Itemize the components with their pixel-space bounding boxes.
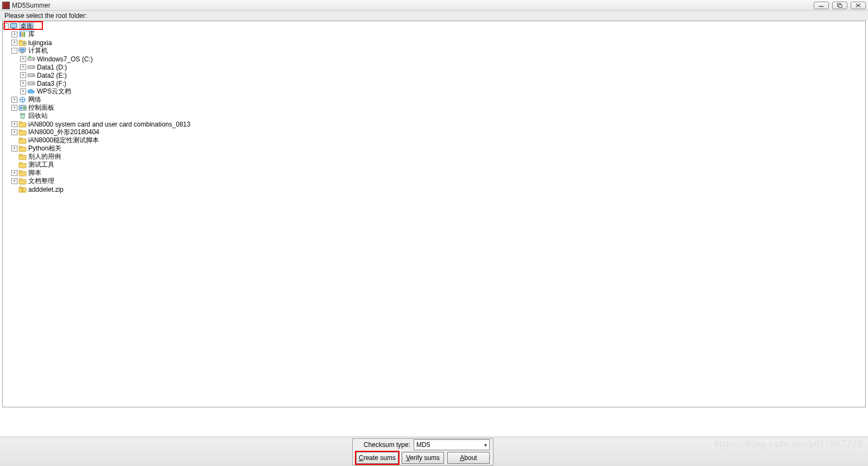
expand-toggle[interactable]: +: [11, 97, 17, 103]
svg-point-23: [33, 83, 34, 84]
tree-item[interactable]: -桌面: [3, 22, 865, 30]
tree-item-label: 回收站: [28, 111, 48, 121]
svg-rect-40: [19, 162, 22, 164]
expand-toggle[interactable]: +: [11, 121, 17, 127]
recycle-bin-icon: [18, 112, 27, 119]
expand-toggle[interactable]: +: [11, 105, 17, 111]
tree-item[interactable]: +库: [11, 30, 865, 39]
tree-item[interactable]: 测试工具: [11, 161, 865, 169]
library-icon: [18, 31, 27, 38]
svg-rect-46: [19, 187, 22, 188]
folder-tree[interactable]: -桌面+库+lujingxia-计算机+Windows7_OS (C:)+Dat…: [3, 21, 865, 194]
tree-item[interactable]: 回收站: [11, 112, 865, 120]
create-sums-label: reate sums: [364, 454, 396, 462]
svg-rect-14: [21, 52, 24, 53]
folder-icon: [18, 178, 27, 185]
tree-item-label: 计算机: [28, 46, 48, 55]
svg-rect-17: [29, 56, 31, 58]
checksum-type-value: MD5: [416, 441, 430, 449]
svg-point-11: [23, 42, 25, 45]
tree-item[interactable]: -计算机: [11, 47, 865, 55]
tree-item[interactable]: +IAN8000_外形20180404: [11, 128, 865, 136]
chevron-down-icon: ▾: [484, 442, 487, 448]
tree-item[interactable]: +Data3 (F:): [20, 79, 865, 87]
expand-toggle[interactable]: +: [11, 32, 17, 37]
tree-item[interactable]: +iAN8000 system card and user card combi…: [11, 120, 865, 128]
about-button[interactable]: About: [447, 452, 490, 464]
expand-toggle[interactable]: +: [11, 40, 17, 46]
create-sums-button[interactable]: Create sums: [356, 452, 398, 464]
tree-item-label: 文档整理: [28, 177, 55, 186]
network-icon: [18, 96, 27, 103]
folder-icon: [18, 121, 27, 128]
verify-sums-label: erify sums: [410, 454, 440, 462]
verify-sums-button[interactable]: Verify sums: [402, 452, 444, 464]
svg-rect-4: [11, 24, 16, 28]
tree-item-label: Data3 (F:): [36, 80, 67, 87]
folder-icon: [18, 129, 27, 136]
tree-item[interactable]: adddelet.zip: [11, 185, 865, 193]
controls-group: Checksum type: MD5 ▾ Create sums Verify …: [352, 438, 494, 465]
tree-item[interactable]: +脚本: [11, 169, 865, 177]
tree-item[interactable]: +Data2 (E:): [20, 71, 865, 79]
svg-rect-10: [19, 40, 22, 42]
bottom-panel: Checksum type: MD5 ▾ Create sums Verify …: [0, 437, 868, 466]
checksum-type-label: Checksum type:: [364, 441, 410, 449]
tree-item[interactable]: iAN8000稳定性测试脚本: [11, 136, 865, 144]
svg-point-26: [20, 107, 22, 109]
desktop-icon: [10, 23, 18, 30]
tree-item[interactable]: +网络: [11, 96, 865, 104]
tree-item[interactable]: +文档整理: [11, 177, 865, 185]
tree-item[interactable]: +WPS云文档: [20, 87, 865, 96]
expand-toggle[interactable]: +: [20, 64, 26, 70]
expand-toggle[interactable]: +: [20, 89, 26, 95]
collapse-toggle[interactable]: -: [3, 23, 9, 29]
drive-os-icon: [27, 55, 35, 62]
tree-item[interactable]: +控制面板: [11, 104, 865, 112]
user-folder-icon: [18, 39, 27, 46]
collapse-toggle[interactable]: -: [11, 48, 17, 54]
window-controls: [814, 2, 866, 9]
tree-item-label: 库: [28, 30, 35, 39]
tree-item[interactable]: +Python相关: [11, 144, 865, 153]
expand-toggle[interactable]: +: [20, 80, 26, 86]
svg-rect-36: [19, 146, 22, 148]
window-title: MD5Summer: [12, 2, 814, 9]
svg-rect-44: [19, 179, 22, 180]
svg-rect-28: [20, 114, 25, 115]
folder-icon: [18, 153, 27, 160]
tree-item-label: iAN8000 system card and user card combin…: [28, 121, 191, 128]
svg-rect-7: [22, 32, 23, 37]
toggle-spacer: [11, 137, 17, 143]
tree-item[interactable]: +Windows7_OS (C:): [20, 55, 865, 63]
prompt-label: Please select the root folder:: [0, 11, 868, 21]
drive-icon: [27, 64, 35, 71]
minimize-button[interactable]: [814, 2, 829, 9]
tree-item[interactable]: 别人的用例: [11, 153, 865, 161]
folder-icon: [18, 145, 27, 152]
folder-icon: [18, 137, 27, 144]
app-icon: [2, 2, 10, 9]
svg-rect-47: [22, 188, 23, 192]
maximize-button[interactable]: [832, 2, 847, 9]
expand-toggle[interactable]: +: [11, 170, 17, 176]
svg-rect-27: [23, 107, 26, 109]
folder-icon: [18, 161, 27, 168]
tree-item[interactable]: +Data1 (D:): [20, 63, 865, 71]
close-button[interactable]: [851, 2, 866, 9]
svg-rect-0: [819, 6, 823, 7]
checksum-type-select[interactable]: MD5 ▾: [414, 439, 490, 450]
expand-toggle[interactable]: +: [11, 129, 17, 135]
expand-toggle[interactable]: +: [20, 72, 26, 78]
toggle-spacer: [11, 162, 17, 168]
svg-rect-32: [19, 130, 22, 131]
toggle-spacer: [11, 186, 17, 192]
tree-item[interactable]: +lujingxia: [11, 39, 865, 47]
expand-toggle[interactable]: +: [20, 56, 26, 62]
tree-item-label: adddelet.zip: [28, 186, 64, 193]
toggle-spacer: [11, 154, 17, 160]
svg-rect-6: [20, 32, 21, 37]
svg-rect-5: [13, 28, 15, 29]
expand-toggle[interactable]: +: [11, 146, 17, 152]
expand-toggle[interactable]: +: [11, 178, 17, 184]
